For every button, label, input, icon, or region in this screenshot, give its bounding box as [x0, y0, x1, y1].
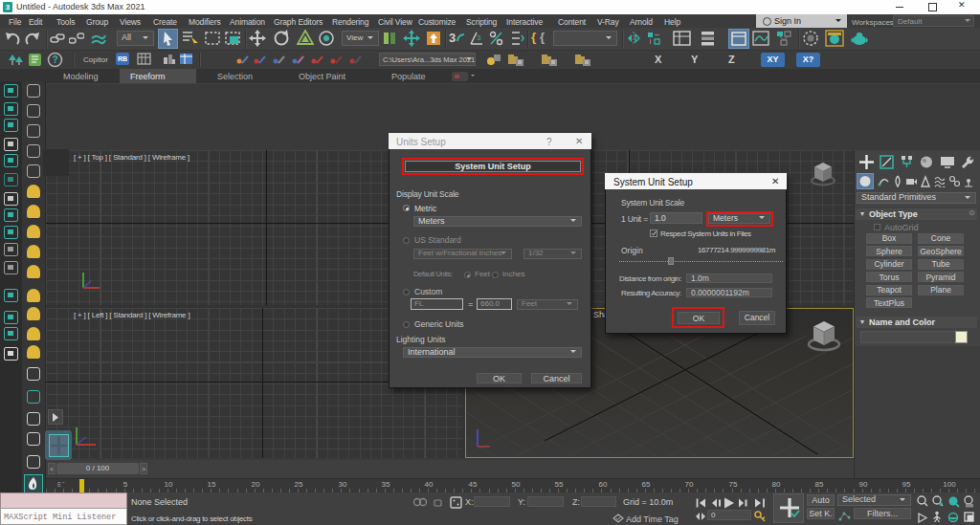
svg-text:3: 3 [477, 33, 481, 42]
svg-text:?: ? [53, 55, 58, 65]
